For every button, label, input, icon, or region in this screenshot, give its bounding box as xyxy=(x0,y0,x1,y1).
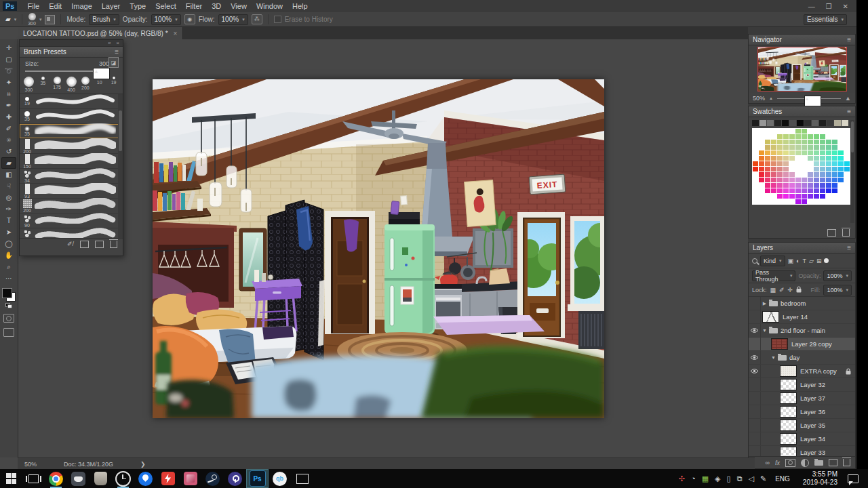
tray-video-icon[interactable]: ▦ xyxy=(702,475,709,483)
swatch[interactable] xyxy=(759,150,764,155)
visibility-toggle[interactable] xyxy=(749,378,761,391)
brush-preset[interactable]: 200 xyxy=(20,139,123,154)
swatch[interactable] xyxy=(774,120,781,126)
quick-mask-button[interactable] xyxy=(3,314,14,323)
swatch[interactable] xyxy=(765,140,770,144)
swatch[interactable] xyxy=(832,161,837,166)
swatch[interactable] xyxy=(814,161,819,166)
swatch[interactable] xyxy=(820,145,825,150)
swatch[interactable] xyxy=(795,150,801,155)
swatch[interactable] xyxy=(808,140,813,144)
swatch[interactable] xyxy=(814,140,819,144)
navigator-zoom-slider[interactable]: ▲ xyxy=(777,96,841,101)
swatch[interactable] xyxy=(844,167,850,171)
swatch[interactable] xyxy=(795,194,801,199)
layer-group-row[interactable]: ▼day xyxy=(749,351,855,365)
menu-edit[interactable]: Edit xyxy=(44,2,66,10)
swatch[interactable] xyxy=(771,188,776,193)
clone-stamp-tool[interactable]: ⍟ xyxy=(1,134,16,146)
smudge-tool[interactable]: ☟ xyxy=(1,180,16,192)
swatch[interactable] xyxy=(777,194,783,199)
swatch[interactable] xyxy=(802,129,807,134)
swatch[interactable] xyxy=(765,150,770,155)
swatch[interactable] xyxy=(820,140,825,144)
group-expand-icon[interactable]: ▶ xyxy=(761,301,768,306)
swatch[interactable] xyxy=(814,150,819,155)
swatch[interactable] xyxy=(771,178,776,182)
swatch[interactable] xyxy=(753,145,758,150)
taskbar-clock-app[interactable] xyxy=(112,469,134,488)
swatch[interactable] xyxy=(765,161,770,166)
swatch[interactable] xyxy=(795,167,801,171)
swatch[interactable] xyxy=(838,188,844,193)
taskbar-qbittorrent[interactable]: qb xyxy=(269,469,291,488)
swatch[interactable] xyxy=(814,129,819,134)
swatch[interactable] xyxy=(838,183,844,188)
swatch[interactable] xyxy=(759,178,764,182)
lasso-tool[interactable]: ➰ xyxy=(1,65,16,77)
swatch[interactable] xyxy=(783,178,789,182)
swatch[interactable] xyxy=(759,194,764,199)
swatch[interactable] xyxy=(826,150,831,155)
link-layers-icon[interactable]: ∞ xyxy=(766,460,770,466)
swatch[interactable] xyxy=(789,156,795,161)
swatch[interactable] xyxy=(765,178,770,182)
swatch[interactable] xyxy=(844,156,850,161)
swatch[interactable] xyxy=(819,120,826,126)
brush-preset[interactable]: 70 xyxy=(20,228,123,239)
swatch[interactable] xyxy=(789,183,795,188)
swatch[interactable] xyxy=(753,134,758,139)
swatch[interactable] xyxy=(782,120,789,126)
swatch[interactable] xyxy=(844,183,850,188)
lock-pixels-icon[interactable]: ✐ xyxy=(779,287,785,293)
erase-to-history-checkbox[interactable] xyxy=(274,16,281,23)
taskbar-steam[interactable] xyxy=(201,469,224,488)
swatch[interactable] xyxy=(765,199,770,204)
swatch[interactable] xyxy=(820,150,825,155)
swatch[interactable] xyxy=(777,172,783,177)
swatch[interactable] xyxy=(783,134,789,139)
brush-target-icon[interactable]: ◪ xyxy=(108,57,119,68)
swatch[interactable] xyxy=(838,178,844,182)
move-tool[interactable]: ✛ xyxy=(1,42,16,54)
history-brush-tool[interactable]: ↺ xyxy=(1,146,16,157)
swatch[interactable] xyxy=(808,178,813,182)
swatch[interactable] xyxy=(765,194,770,199)
taskbar-flash[interactable] xyxy=(157,469,179,488)
layer-opacity-select[interactable]: 100%▾ xyxy=(823,270,852,281)
swatch[interactable] xyxy=(771,172,776,177)
swatch[interactable] xyxy=(802,194,807,199)
swatch[interactable] xyxy=(820,178,825,182)
swatch[interactable] xyxy=(832,172,837,177)
zoom-in-icon[interactable]: ▲ xyxy=(845,95,851,102)
swatch[interactable] xyxy=(795,199,801,204)
tray-app-red[interactable]: ✣ xyxy=(679,475,685,483)
dodge-tool[interactable]: ◎ xyxy=(1,192,16,203)
marquee-tool[interactable]: ▢ xyxy=(1,54,16,65)
swatch[interactable] xyxy=(771,199,776,204)
swatch[interactable] xyxy=(771,150,776,155)
swatch[interactable] xyxy=(759,156,764,161)
layer-thumbnail[interactable] xyxy=(762,311,779,323)
swatch[interactable] xyxy=(814,188,819,193)
swatch[interactable] xyxy=(820,199,825,204)
taskbar-game[interactable] xyxy=(90,469,112,488)
swatch[interactable] xyxy=(844,140,850,144)
brush-preset-picker[interactable]: 300 xyxy=(28,13,36,26)
swatch[interactable] xyxy=(753,156,758,161)
eraser-tool-icon[interactable]: ▰ xyxy=(5,16,11,23)
filter-pixel-icon[interactable]: ▣ xyxy=(788,258,794,264)
swatch[interactable] xyxy=(802,150,807,155)
swatch[interactable] xyxy=(820,167,825,171)
visibility-toggle[interactable] xyxy=(749,338,761,350)
swatch[interactable] xyxy=(832,167,837,171)
layer-group-row[interactable]: ▼2nd floor - main xyxy=(749,324,855,338)
brush-preset[interactable]: 19 xyxy=(20,94,123,109)
swatch[interactable] xyxy=(814,172,819,177)
swatch[interactable] xyxy=(753,161,758,166)
language-indicator[interactable]: ENG xyxy=(772,475,793,483)
swatch[interactable] xyxy=(826,140,831,144)
swatch[interactable] xyxy=(826,188,831,193)
start-button[interactable] xyxy=(0,469,22,488)
visibility-toggle[interactable] xyxy=(749,419,761,432)
